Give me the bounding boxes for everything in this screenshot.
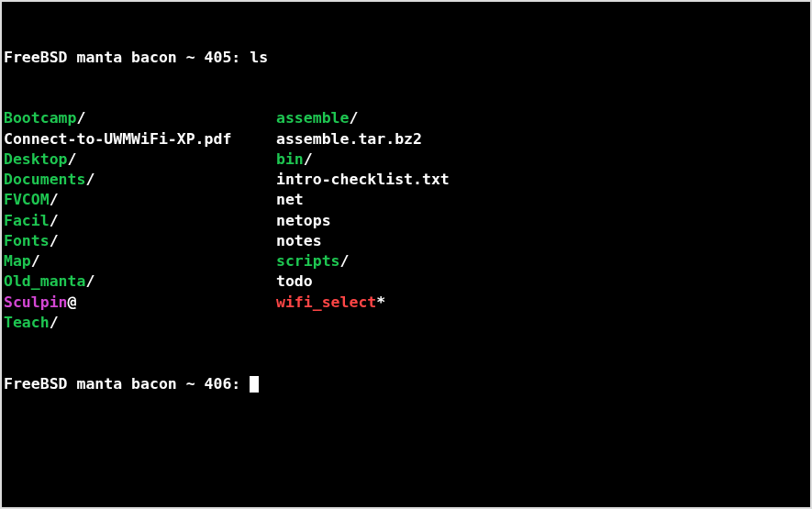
ls-col1: Documents/	[4, 170, 276, 190]
ls-row: Map/scripts/	[4, 251, 808, 271]
file-entry: Connect-to-UWMWiFi-XP.pdf	[4, 130, 231, 148]
file-type-indicator: /	[50, 232, 59, 249]
cursor[interactable]	[250, 376, 259, 393]
ls-col2: netops	[276, 211, 331, 231]
ls-col1: FVCOM/	[4, 190, 276, 210]
file-type-indicator: /	[50, 212, 59, 229]
file-entry: Documents	[4, 171, 85, 188]
file-type-indicator: /	[85, 272, 95, 290]
ls-col1: Fonts/	[4, 231, 276, 251]
ls-col2: intro-checklist.txt	[276, 170, 450, 190]
shell-prompt: FreeBSD manta bacon ~ 406:	[4, 374, 250, 394]
ls-col2: net	[276, 190, 304, 210]
ls-col1: Old_manta/	[4, 271, 276, 292]
ls-col2: scripts/	[276, 251, 349, 271]
ls-output: Bootcamp/assemble/Connect-to-UWMWiFi-XP.…	[4, 108, 808, 333]
file-entry: wifi_select	[276, 293, 376, 311]
file-entry: assemble.tar.bz2	[276, 130, 422, 148]
ls-col1: Desktop/	[4, 149, 276, 170]
ls-col2: notes	[276, 231, 322, 251]
ls-col1: Map/	[4, 251, 276, 271]
file-entry: Map	[4, 252, 31, 270]
file-entry: Old_manta	[4, 272, 85, 290]
ls-row: FVCOM/net	[4, 190, 808, 210]
file-entry: Desktop	[4, 150, 68, 168]
shell-prompt: FreeBSD manta bacon ~ 405:	[4, 48, 250, 68]
ls-row: Fonts/notes	[4, 231, 808, 251]
file-type-indicator: /	[85, 171, 95, 188]
file-entry: Facil	[4, 212, 50, 229]
file-entry: Bootcamp	[4, 109, 76, 127]
file-entry: assemble	[276, 109, 349, 127]
prompt-line-2: FreeBSD manta bacon ~ 406:	[4, 374, 808, 394]
ls-col1: Sculpin@	[4, 293, 276, 313]
ls-col1: Bootcamp/	[4, 108, 276, 128]
ls-row: Old_manta/todo	[4, 271, 808, 292]
ls-col1: Facil/	[4, 211, 276, 231]
ls-col2: assemble.tar.bz2	[276, 129, 422, 149]
file-type-indicator: /	[340, 252, 350, 270]
ls-row: Documents/intro-checklist.txt	[4, 170, 808, 190]
file-type-indicator: *	[376, 293, 385, 311]
file-entry: scripts	[276, 252, 340, 270]
file-type-indicator: /	[304, 150, 313, 168]
terminal-window[interactable]: FreeBSD manta bacon ~ 405: ls Bootcamp/a…	[2, 2, 810, 507]
file-entry: netops	[276, 212, 331, 229]
file-type-indicator: /	[50, 191, 59, 208]
file-entry: notes	[276, 232, 322, 249]
ls-col2: assemble/	[276, 108, 358, 128]
file-entry: Sculpin	[4, 293, 68, 311]
file-type-indicator: /	[31, 252, 40, 270]
command-text: ls	[250, 48, 268, 68]
ls-row: Sculpin@wifi_select*	[4, 293, 808, 313]
ls-col2: todo	[276, 271, 313, 292]
file-type-indicator: /	[349, 109, 358, 127]
file-type-indicator: /	[50, 314, 59, 331]
prompt-line-1: FreeBSD manta bacon ~ 405: ls	[4, 48, 808, 68]
file-entry: bin	[276, 150, 304, 168]
ls-col2: bin/	[276, 149, 313, 170]
file-type-indicator: /	[68, 150, 77, 168]
file-entry: intro-checklist.txt	[276, 171, 450, 188]
ls-col2: wifi_select*	[276, 293, 385, 313]
ls-row: Desktop/bin/	[4, 149, 808, 170]
ls-row: Facil/netops	[4, 211, 808, 231]
ls-row: Connect-to-UWMWiFi-XP.pdfassemble.tar.bz…	[4, 129, 808, 149]
file-entry: todo	[276, 272, 313, 290]
file-entry: Fonts	[4, 232, 50, 249]
file-entry: FVCOM	[4, 191, 50, 208]
ls-col1: Teach/	[4, 313, 276, 333]
ls-col1: Connect-to-UWMWiFi-XP.pdf	[4, 129, 276, 149]
file-entry: Teach	[4, 314, 50, 331]
ls-row: Bootcamp/assemble/	[4, 108, 808, 128]
file-type-indicator: /	[76, 109, 85, 127]
ls-row: Teach/	[4, 313, 808, 333]
file-entry: net	[276, 191, 304, 208]
file-type-indicator: @	[68, 293, 77, 311]
